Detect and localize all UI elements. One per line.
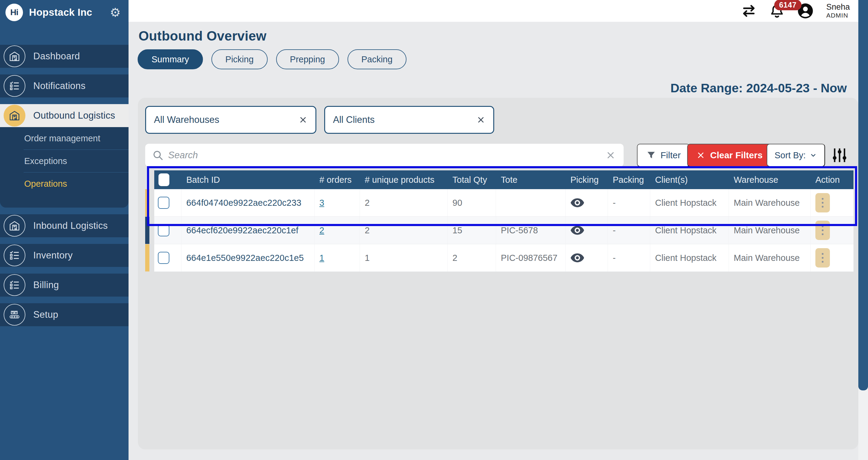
packing: - (608, 244, 650, 271)
tab-summary[interactable]: Summary (137, 49, 203, 69)
clear-warehouse-icon[interactable] (299, 115, 308, 124)
gear-icon[interactable]: ⚙ (110, 6, 121, 19)
chevron-down-icon (809, 151, 817, 159)
total-qty: 90 (447, 189, 496, 217)
table-header-row: Batch ID # orders # unique products Tota… (154, 170, 854, 189)
sidebar-item-setup[interactable]: Setup (0, 303, 128, 326)
sidebar-item-outbound-logistics[interactable]: Outbound Logistics (0, 104, 128, 127)
client-select[interactable]: All Clients (324, 106, 494, 134)
row-actions-button[interactable] (815, 248, 830, 267)
conveyor-icon (4, 304, 25, 326)
clear-client-icon[interactable] (476, 115, 486, 124)
sidebar-item-label: Inventory (33, 250, 72, 261)
topbar: 6147 Sneha ADMIN (128, 0, 858, 22)
col-orders: # orders (314, 175, 360, 185)
batch-id: 664f04740e9922aec220c233 (182, 189, 314, 217)
sidebar-item-billing[interactable]: Billing (0, 274, 128, 296)
select-all-checkbox[interactable] (158, 173, 169, 186)
table-row: 664f04740e9922aec220c233 3 2 90 - Client… (154, 189, 854, 217)
sort-by-label: Sort By: (775, 150, 806, 161)
sidebar-item-inbound-logistics[interactable]: Inbound Logistics (0, 214, 128, 237)
clients: Client Hopstack (650, 189, 729, 217)
row-actions-button[interactable] (815, 193, 830, 212)
sidebar: Hi Hopstack Inc ⚙ Dashboard Notification… (0, 0, 128, 460)
search-input[interactable] (168, 150, 606, 161)
col-action: Action (810, 175, 854, 185)
tab-picking[interactable]: Picking (211, 49, 268, 69)
overview-card: All Warehouses All Clients Filter Clear … (138, 98, 858, 450)
sidebar-item-dashboard[interactable]: Dashboard (0, 45, 128, 68)
checklist-icon (4, 75, 25, 97)
batches-table: Batch ID # orders # unique products Tota… (154, 170, 854, 272)
row-checkbox[interactable] (158, 252, 169, 264)
row-status-bar (145, 189, 149, 217)
warehouse-select-value: All Warehouses (154, 114, 219, 125)
col-tote: Tote (496, 175, 565, 185)
batch-id: 664ecf620e9922aec220c1ef (182, 217, 314, 244)
picking-eye-icon[interactable] (570, 253, 584, 263)
warehouse-icon (4, 105, 25, 126)
warehouse-select[interactable]: All Warehouses (145, 106, 316, 134)
clear-search-icon[interactable] (606, 150, 616, 161)
app-screen: Hi Hopstack Inc ⚙ Dashboard Notification… (0, 0, 868, 460)
orders-link[interactable]: 3 (319, 198, 324, 208)
filter-button[interactable]: Filter (637, 144, 690, 167)
sidebar-item-label: Dashboard (33, 51, 80, 62)
submenu-item-label: Operations (24, 179, 67, 189)
submenu-item-label: Exceptions (24, 156, 67, 166)
user-name: Sneha (826, 2, 850, 12)
col-clients: Client(s) (650, 175, 729, 185)
sidebar-item-label: Outbound Logistics (33, 110, 115, 121)
clear-filters-button[interactable]: Clear Filters (687, 144, 772, 167)
sidebar-item-notifications[interactable]: Notifications (0, 75, 128, 97)
total-qty: 2 (447, 244, 496, 271)
warehouse: Main Warehouse (729, 189, 810, 217)
client-select-value: All Clients (333, 114, 375, 125)
filter-button-label: Filter (660, 150, 681, 161)
clear-filters-label: Clear Filters (710, 150, 763, 161)
submenu-item-exceptions[interactable]: Exceptions (0, 150, 128, 172)
warehouse: Main Warehouse (729, 244, 810, 271)
sidebar-item-label: Billing (33, 280, 59, 290)
row-checkbox[interactable] (158, 197, 169, 209)
brand-name: Hopstack Inc (29, 7, 92, 18)
submenu-item-order-management[interactable]: Order management (0, 127, 128, 149)
picking-eye-icon[interactable] (570, 198, 584, 208)
col-total-qty: Total Qty (447, 175, 496, 185)
col-batch-id: Batch ID (182, 175, 314, 185)
user-block[interactable]: Sneha ADMIN (826, 2, 850, 19)
picking-eye-icon[interactable] (570, 226, 584, 235)
sidebar-item-inventory[interactable]: Inventory (0, 244, 128, 267)
scrollbar-thumb[interactable] (858, 0, 868, 391)
orders-link[interactable]: 2 (319, 226, 324, 235)
sort-by-dropdown[interactable]: Sort By: (767, 144, 825, 167)
page-scrollbar (858, 0, 868, 460)
row-actions-button[interactable] (815, 221, 830, 240)
unique-products: 2 (360, 189, 447, 217)
warehouse-icon (4, 215, 25, 237)
unique-products: 1 (360, 244, 447, 271)
warehouse: Main Warehouse (729, 217, 810, 244)
outbound-submenu: Order management Exceptions Operations (0, 127, 128, 208)
submenu-item-operations[interactable]: Operations (0, 173, 128, 195)
unique-products: 2 (360, 217, 447, 244)
date-range-label: Date Range: 2024-05-23 - Now (671, 81, 847, 95)
packing: - (608, 189, 650, 217)
orders-link[interactable]: 1 (319, 253, 324, 263)
batch-id: 664e1e550e9922aec220c1e5 (182, 244, 314, 271)
funnel-icon (646, 150, 656, 161)
submenu-item-label: Order management (24, 134, 100, 143)
tote (496, 189, 565, 217)
notifications-bell[interactable]: 6147 (769, 3, 784, 19)
row-checkbox[interactable] (158, 224, 169, 236)
sidebar-menu: Dashboard Notifications Outbound Logisti… (0, 45, 128, 326)
sidebar-item-label: Inbound Logistics (33, 220, 108, 231)
tab-packing[interactable]: Packing (347, 49, 406, 69)
checklist-icon (4, 274, 25, 296)
brand-logo: Hi (5, 4, 23, 21)
tote: PIC-5678 (496, 217, 565, 244)
transfer-arrows-icon[interactable] (741, 3, 757, 19)
packing: - (608, 217, 650, 244)
column-settings-button[interactable] (831, 146, 849, 164)
tab-prepping[interactable]: Prepping (276, 49, 339, 69)
